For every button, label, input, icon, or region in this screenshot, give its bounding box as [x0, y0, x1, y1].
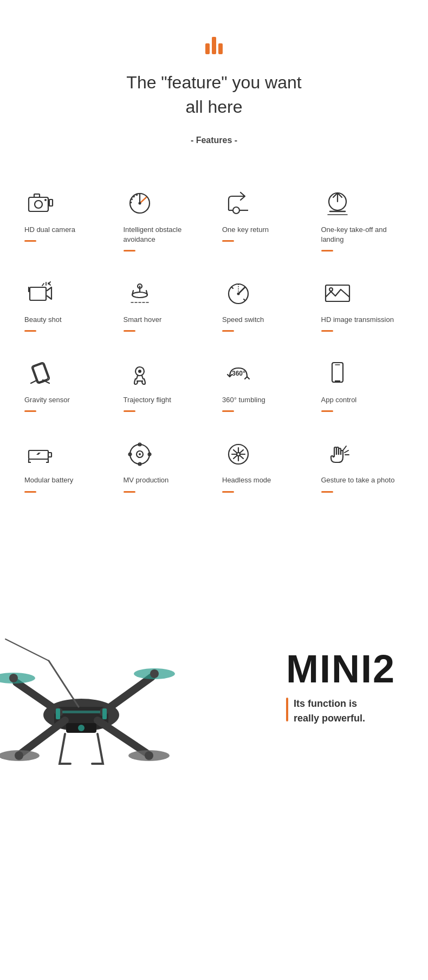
feature-underline: [321, 491, 333, 493]
feature-underline: [321, 410, 333, 412]
mini2-block: MINI2 Its function is really powerful.: [286, 647, 395, 726]
headline: The "feature" you want all here: [22, 70, 406, 119]
bottom-section: MINI2 Its function is really powerful.: [0, 520, 428, 823]
audio-bar-1: [205, 43, 210, 54]
feature-underline: [124, 330, 135, 332]
beauty-icon: [24, 279, 57, 308]
takeoff-icon: [321, 189, 354, 218]
feature-label: 360° tumbling: [222, 395, 265, 405]
feature-mv-production: MV production: [115, 428, 215, 508]
svg-rect-18: [33, 363, 48, 382]
feature-label: HD image transmission: [321, 315, 394, 325]
svg-rect-4: [49, 199, 53, 206]
svg-line-36: [16, 682, 60, 712]
svg-rect-51: [102, 708, 107, 719]
return-icon: [222, 189, 255, 218]
svg-rect-17: [31, 362, 50, 384]
svg-point-44: [9, 674, 18, 682]
feature-underline: [321, 250, 333, 252]
mini2-desc-text: Its function is really powerful.: [294, 697, 365, 726]
svg-point-14: [237, 293, 240, 295]
feature-modular-battery: Modular battery: [16, 428, 115, 508]
top-section: The "feature" you want all here - Featur…: [0, 0, 428, 178]
svg-line-38: [22, 720, 65, 753]
feature-label: One-key take-off and landing: [321, 225, 404, 244]
feature-underline: [24, 330, 36, 332]
mini2-accent-bar: [286, 698, 288, 721]
feature-underline: [124, 250, 135, 252]
gravity-icon: [24, 359, 57, 389]
feature-label: Speed switch: [222, 315, 264, 325]
feature-one-key-return: One key return: [214, 178, 313, 268]
feature-smart-hover: Smart hover: [115, 268, 215, 348]
headless-icon: [222, 439, 255, 469]
feature-underline: [222, 410, 234, 412]
feature-label: HD dual camera: [24, 225, 75, 235]
feature-label: App control: [321, 395, 357, 405]
mini2-desc-line1: Its function is: [294, 698, 357, 709]
feature-underline: [24, 491, 36, 493]
audio-bar-3: [218, 43, 223, 54]
drone-image: [0, 552, 222, 823]
feature-label: Modular battery: [24, 475, 73, 485]
mv-icon: [124, 439, 156, 469]
svg-point-46: [15, 751, 23, 760]
feature-obstacle-avoidance: Intelligent obstacle avoidance: [115, 178, 215, 268]
image-icon: [321, 279, 354, 308]
feature-takeoff-landing: One-key take-off and landing: [313, 178, 412, 268]
feature-gravity-sensor: Gravity sensor: [16, 348, 115, 428]
features-grid: HD dual camera Intelligent obstacle avoi…: [0, 178, 428, 509]
battery-icon: [24, 439, 57, 469]
audio-icon: [22, 33, 406, 54]
feature-label: Intelligent obstacle avoidance: [124, 225, 206, 244]
svg-point-45: [150, 669, 159, 678]
mini2-desc-line2: really powerful.: [294, 713, 365, 724]
svg-point-3: [44, 199, 47, 201]
mini2-desc: Its function is really powerful.: [286, 697, 395, 726]
svg-line-53: [5, 639, 49, 661]
feature-label: Gesture to take a photo: [321, 475, 395, 485]
feature-trajectory-flight: Trajectory flight: [115, 348, 215, 428]
headline-line1: The "feature" you want: [126, 73, 301, 92]
svg-point-16: [329, 288, 333, 291]
svg-text:360°: 360°: [232, 370, 245, 377]
feature-label: Trajectory flight: [124, 395, 171, 405]
feature-app-control: App control: [313, 348, 412, 428]
feature-headless-mode: Headless mode: [214, 428, 313, 508]
feature-underline: [24, 240, 36, 242]
features-label: - Features -: [22, 136, 406, 145]
feature-underline: [222, 240, 234, 242]
feature-gesture-photo: Gesture to take a photo: [313, 428, 412, 508]
feature-underline: [222, 330, 234, 332]
audio-bar-2: [212, 37, 216, 54]
svg-point-49: [78, 725, 85, 731]
svg-rect-2: [34, 194, 40, 197]
svg-rect-50: [56, 708, 60, 719]
feature-label: Smart hover: [124, 315, 162, 325]
svg-rect-22: [332, 363, 343, 382]
feature-hd-dual-camera: HD dual camera: [16, 178, 115, 268]
svg-point-47: [145, 751, 153, 760]
feature-label: Beauty shot: [24, 315, 62, 325]
feature-underline: [124, 410, 135, 412]
svg-line-52: [49, 661, 79, 707]
mini2-title: MINI2: [286, 647, 395, 691]
feature-underline: [222, 491, 234, 493]
feature-underline: [321, 330, 333, 332]
svg-rect-10: [30, 287, 46, 300]
hover-icon: [124, 279, 156, 308]
trajectory-icon: [124, 359, 156, 389]
feature-beauty-shot: Beauty shot: [16, 268, 115, 348]
tumbling-icon: 360°: [222, 359, 255, 389]
feature-underline: [124, 491, 135, 493]
gesture-icon: [321, 439, 354, 469]
headline-line2: all here: [186, 97, 243, 117]
obstacle-icon: [124, 189, 156, 218]
svg-point-11: [132, 292, 147, 298]
feature-label: One key return: [222, 225, 269, 235]
svg-point-20: [138, 370, 141, 373]
svg-rect-54: [62, 711, 100, 713]
svg-point-7: [233, 207, 239, 214]
feature-underline: [24, 410, 36, 412]
feature-label: Gravity sensor: [24, 395, 70, 405]
